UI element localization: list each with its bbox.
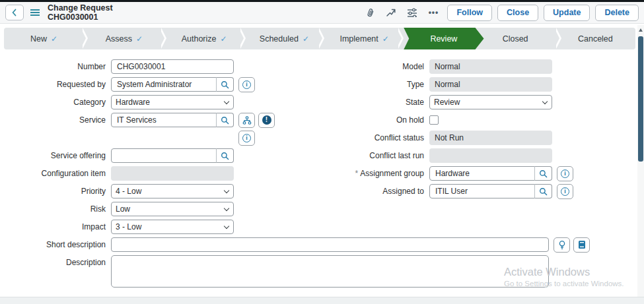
field-label: Requested by xyxy=(3,80,111,89)
priority-select-wrap: 4 - Low xyxy=(111,184,234,198)
field-label: *Assignment group xyxy=(310,169,429,178)
bottom-status-bar xyxy=(0,297,644,304)
field-row-impact: Impact 3 - Low xyxy=(3,220,590,234)
requested-by-input[interactable] xyxy=(111,77,217,92)
delete-button[interactable]: Delete xyxy=(595,5,639,21)
info-icon: i xyxy=(561,169,569,178)
update-button[interactable]: Update xyxy=(544,5,590,21)
field-row-on-hold: On hold xyxy=(310,113,573,127)
configuration-item-readonly xyxy=(111,166,234,181)
description-textarea[interactable] xyxy=(111,255,549,288)
stage-check-icon: ✓ xyxy=(136,34,143,44)
short-description-input[interactable] xyxy=(111,237,549,252)
close-button[interactable]: Close xyxy=(497,5,538,21)
vertical-scrollbar[interactable] xyxy=(637,25,644,297)
service-reference xyxy=(111,113,234,127)
field-label: Service xyxy=(3,115,111,125)
assignment-group-preview-button[interactable]: i xyxy=(557,166,573,181)
on-hold-checkbox[interactable] xyxy=(429,115,439,125)
risk-select-wrap: Low xyxy=(111,202,234,216)
stage-assess: Assess✓ xyxy=(84,28,164,49)
chevron-left-icon xyxy=(11,9,18,16)
requested-by-lookup-button[interactable] xyxy=(216,77,234,92)
field-row-conflict-last-run: Conflict last run xyxy=(310,148,573,163)
stage-scheduled: Scheduled✓ xyxy=(244,28,324,49)
field-label: Description xyxy=(3,258,111,267)
assigned-to-lookup-button[interactable] xyxy=(534,184,552,198)
conflict-last-run-readonly xyxy=(429,148,552,163)
assigned-to-input[interactable] xyxy=(429,184,535,198)
state-select-wrap: Review xyxy=(429,95,552,109)
field-row-description: Description xyxy=(3,255,590,288)
form-column-right: Model Normal Type Normal State Review On… xyxy=(310,59,573,202)
activity-stream-icon xyxy=(386,8,396,17)
alert-icon: ! xyxy=(262,115,271,125)
field-label: Type xyxy=(310,80,429,89)
context-menu-icon[interactable] xyxy=(30,9,40,16)
service-offering-lookup-button[interactable] xyxy=(216,148,234,163)
stage-label: Authorize xyxy=(182,34,217,44)
field-row-conflict-status: Conflict status Not Run xyxy=(310,131,573,145)
more-options-button[interactable]: ••• xyxy=(425,5,442,20)
conflict-status-readonly: Not Run xyxy=(429,131,552,145)
info-icon: i xyxy=(561,187,569,196)
stage-label: Review xyxy=(430,34,457,44)
hierarchy-icon xyxy=(242,116,252,125)
requested-by-preview-button[interactable]: i xyxy=(238,77,255,92)
scroll-up-arrow-icon[interactable] xyxy=(639,28,643,32)
field-row-short-description: Short description xyxy=(3,237,590,252)
model-readonly: Normal xyxy=(429,59,552,74)
info-icon: i xyxy=(242,80,251,89)
stage-implement: Implement✓ xyxy=(324,28,404,49)
service-input[interactable] xyxy=(111,113,217,127)
paperclip-icon xyxy=(364,6,377,19)
state-select[interactable]: Review xyxy=(429,95,552,109)
stage-canceled: Canceled xyxy=(555,28,635,49)
impact-select[interactable]: 3 - Low xyxy=(111,220,234,234)
field-label: Impact xyxy=(3,222,111,231)
back-button[interactable] xyxy=(5,5,24,20)
follow-button[interactable]: Follow xyxy=(447,5,492,21)
attachment-button[interactable] xyxy=(361,5,378,20)
record-title: Change Request CHG0030001 xyxy=(48,3,113,22)
stage-label: Assess xyxy=(106,34,132,44)
activity-stream-button[interactable] xyxy=(382,5,400,20)
required-marker: * xyxy=(355,169,359,178)
field-row-model: Model Normal xyxy=(310,59,573,74)
search-icon xyxy=(221,80,229,89)
stage-new: New✓ xyxy=(4,28,84,49)
field-label: Service offering xyxy=(3,151,111,160)
service-offering-input[interactable] xyxy=(111,148,217,163)
assignment-group-input[interactable] xyxy=(429,166,535,181)
service-preview-button[interactable]: i xyxy=(238,131,255,146)
service-lookup-button[interactable] xyxy=(216,113,234,127)
service-alert-button[interactable]: ! xyxy=(258,113,275,128)
stage-label: Canceled xyxy=(578,34,613,44)
stage-review-active: Review xyxy=(404,28,483,49)
search-knowledge-button[interactable] xyxy=(573,237,590,253)
stage-check-icon: ✓ xyxy=(382,34,389,44)
sliders-icon xyxy=(407,8,417,17)
field-label: Assigned to xyxy=(310,187,429,196)
field-row-assigned-to: Assigned to i xyxy=(310,184,573,198)
service-dependency-map-button[interactable] xyxy=(238,113,255,128)
assigned-to-preview-button[interactable]: i xyxy=(557,184,573,199)
assignment-group-lookup-button[interactable] xyxy=(534,166,552,181)
suggestions-button[interactable] xyxy=(554,237,570,253)
risk-select[interactable]: Low xyxy=(111,202,234,216)
search-icon xyxy=(221,152,229,160)
personalize-form-button[interactable] xyxy=(404,5,421,20)
requested-by-reference xyxy=(111,77,234,92)
category-select[interactable]: Hardware xyxy=(111,95,234,109)
field-label: Short description xyxy=(3,240,111,249)
stage-check-icon: ✓ xyxy=(221,34,227,44)
field-label: Conflict status xyxy=(310,133,429,142)
category-select-wrap: Hardware xyxy=(111,95,234,109)
number-input[interactable] xyxy=(111,59,234,74)
record-number-title: CHG0030001 xyxy=(48,13,113,22)
search-icon xyxy=(539,169,548,178)
scrollbar-thumb[interactable] xyxy=(638,36,643,162)
stage-check-icon: ✓ xyxy=(51,34,57,44)
priority-select[interactable]: 4 - Low xyxy=(111,184,234,198)
field-label: Model xyxy=(310,62,429,71)
